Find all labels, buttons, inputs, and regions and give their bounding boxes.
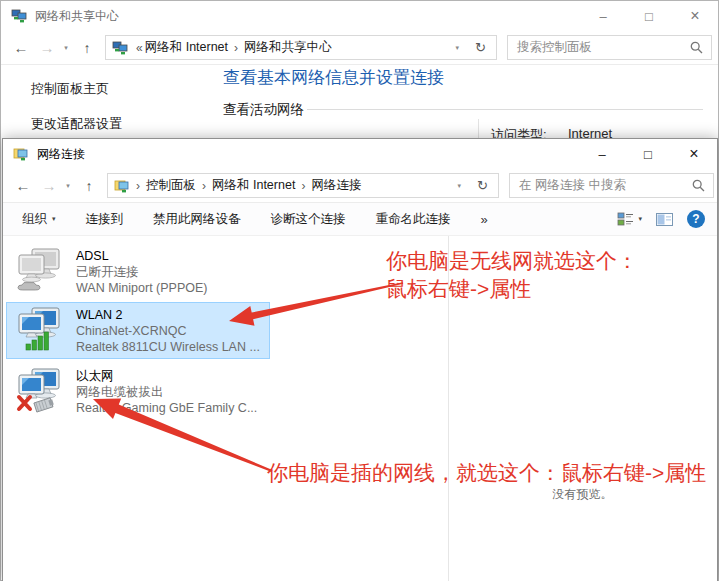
front-window-titlebar[interactable]: 网络连接 – □ ×	[3, 139, 717, 169]
adapter-item-wlan2[interactable]: WLAN 2 ChinaNet-XCRNQC Realtek 8811CU Wi…	[6, 302, 270, 359]
back-close-button[interactable]: ×	[672, 1, 718, 31]
back-nav-history-chevron-icon[interactable]: ▾	[59, 31, 73, 64]
back-window-titlebar[interactable]: 网络和共享中心 – □ ×	[1, 1, 718, 31]
front-nav-history-chevron-icon[interactable]: ▾	[61, 169, 75, 202]
front-nav-back-icon[interactable]: ←	[11, 169, 35, 202]
ethernet-adapter-icon	[16, 367, 62, 413]
breadcrumb-separator-icon: ›	[301, 179, 305, 193]
front-nav-forward-icon[interactable]: →	[37, 169, 61, 202]
preview-empty-text: 没有预览。	[448, 486, 717, 503]
back-refresh-button[interactable]: ↻	[465, 35, 497, 60]
network-connections-window: 网络连接 – □ × ← → ▾ ↑ › 控制面板 › 网络和 Internet…	[2, 138, 718, 581]
front-search-placeholder: 在 网络连接 中搜索	[519, 177, 626, 194]
back-maximize-button[interactable]: □	[626, 1, 672, 31]
adapter-name: WLAN 2	[76, 307, 260, 323]
adapter-item-adsl[interactable]: ADSL 已断开连接 WAN Miniport (PPPOE)	[6, 243, 270, 300]
breadcrumb-separator-icon: ›	[202, 179, 206, 193]
active-networks-section-label: 查看活动网络	[223, 101, 304, 119]
active-network-box-divider	[478, 119, 479, 139]
help-button[interactable]: ?	[687, 210, 705, 228]
adapter-item-ethernet[interactable]: 以太网 网络电缆被拔出 Realtek Gaming GbE Family C.…	[6, 363, 270, 420]
front-refresh-button[interactable]: ↻	[467, 173, 499, 198]
breadcrumb-item-network-internet[interactable]: 网络和 Internet	[145, 39, 228, 56]
chevron-down-icon: ▾	[638, 215, 642, 223]
breadcrumb-dropdown-icon[interactable]: ▾	[455, 44, 459, 52]
network-connections-icon	[13, 146, 29, 162]
diagnose-connection-button[interactable]: 诊断这个连接	[271, 211, 346, 228]
adapter-device: Realtek 8811CU Wireless LAN ...	[76, 339, 260, 355]
adapter-status: ChinaNet-XCRNQC	[76, 323, 260, 339]
back-nav-forward-icon[interactable]: →	[35, 31, 59, 64]
change-view-button[interactable]: ▾	[617, 212, 642, 226]
preview-pane-button[interactable]	[656, 213, 673, 226]
disable-device-button[interactable]: 禁用此网络设备	[153, 211, 241, 228]
back-breadcrumb[interactable]: « 网络和 Internet › 网络和共享中心 ▾	[105, 35, 466, 60]
chevron-down-icon: ▾	[52, 215, 56, 223]
network-sharing-center-icon	[112, 40, 128, 56]
front-address-bar: ← → ▾ ↑ › 控制面板 › 网络和 Internet › 网络连接 ▾ ↻…	[3, 169, 717, 203]
breadcrumb-item-network-connections[interactable]: 网络连接	[311, 177, 361, 194]
adapter-name: 以太网	[76, 368, 257, 384]
front-close-button[interactable]: ×	[671, 139, 717, 169]
back-minimize-button[interactable]: –	[580, 1, 626, 31]
view-tiles-icon	[617, 212, 634, 226]
front-breadcrumb[interactable]: › 控制面板 › 网络和 Internet › 网络连接 ▾	[107, 173, 468, 198]
adapter-status: 已断开连接	[76, 264, 208, 280]
adapter-device: WAN Miniport (PPPOE)	[76, 280, 208, 296]
front-maximize-button[interactable]: □	[625, 139, 671, 169]
breadcrumb-separator-icon: ›	[136, 179, 140, 193]
front-window-title: 网络连接	[37, 146, 85, 163]
toolbar-overflow-button[interactable]: »	[481, 212, 488, 227]
breadcrumb-dropdown-icon[interactable]: ▾	[457, 182, 461, 190]
adapter-status: 网络电缆被拔出	[76, 384, 257, 400]
rename-connection-button[interactable]: 重命名此连接	[376, 211, 451, 228]
breadcrumb-item-network-internet[interactable]: 网络和 Internet	[212, 177, 295, 194]
front-search-input[interactable]: 在 网络连接 中搜索	[509, 173, 714, 198]
back-nav-back-icon[interactable]: ←	[9, 31, 33, 64]
back-address-bar: ← → ▾ ↑ « 网络和 Internet › 网络和共享中心 ▾ ↻ 搜索控…	[1, 31, 718, 65]
network-sharing-center-icon	[11, 8, 27, 24]
breadcrumb-item-network-sharing-center[interactable]: 网络和共享中心	[244, 39, 332, 56]
organize-menu-button[interactable]: 组织 ▾	[22, 211, 56, 228]
back-window-title: 网络和共享中心	[35, 8, 119, 25]
preview-pane-divider	[448, 236, 449, 581]
adsl-adapter-icon	[16, 247, 62, 293]
back-search-placeholder: 搜索控制面板	[517, 39, 592, 56]
breadcrumb-collapse-icon[interactable]: «	[136, 41, 143, 55]
back-search-input[interactable]: 搜索控制面板	[507, 35, 712, 60]
front-minimize-button[interactable]: –	[579, 139, 625, 169]
command-toolbar: 组织 ▾ 连接到 禁用此网络设备 诊断这个连接 重命名此连接 » ▾	[3, 203, 717, 236]
search-icon	[690, 41, 703, 54]
wireless-adapter-icon	[16, 306, 62, 352]
section-divider	[307, 109, 703, 110]
breadcrumb-separator-icon: ›	[234, 41, 238, 55]
connect-to-button[interactable]: 连接到	[86, 211, 124, 228]
sidebar-item-change-adapter-settings[interactable]: 更改适配器设置	[31, 115, 122, 133]
front-nav-up-icon[interactable]: ↑	[77, 169, 101, 202]
adapter-device: Realtek Gaming GbE Family C...	[76, 400, 257, 416]
disconnected-x-icon	[19, 397, 30, 409]
search-icon	[692, 179, 705, 192]
back-nav-up-icon[interactable]: ↑	[75, 31, 99, 64]
adapter-name: ADSL	[76, 248, 208, 264]
network-connections-icon	[114, 178, 130, 194]
sidebar-item-control-panel-home[interactable]: 控制面板主页	[31, 80, 109, 98]
page-title: 查看基本网络信息并设置连接	[223, 66, 444, 89]
breadcrumb-item-control-panel[interactable]: 控制面板	[146, 177, 196, 194]
organize-label: 组织	[22, 211, 47, 228]
